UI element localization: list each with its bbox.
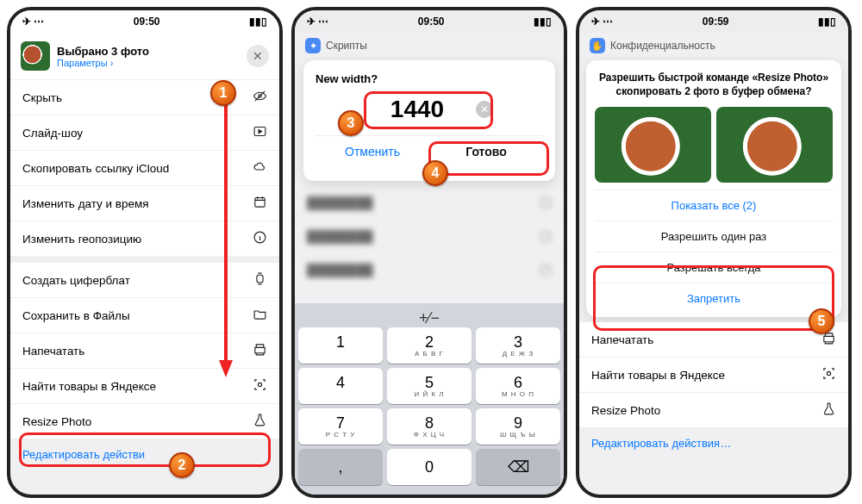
preview-image-1 bbox=[595, 107, 711, 183]
status-bar: ✈ ⋯ 09:59 ▮▮▯ bbox=[579, 10, 848, 33]
key-8[interactable]: 8Ф Х Ц Ч bbox=[387, 408, 472, 445]
key-backspace[interactable]: ⌫ bbox=[476, 449, 560, 485]
edit-actions-link[interactable]: Редактировать действия… bbox=[579, 427, 848, 459]
privacy-card: Разрешить быстрой команде «Resize Photo»… bbox=[586, 60, 841, 317]
play-rect-icon bbox=[253, 124, 267, 141]
keypad-toggle[interactable]: +⁄− bbox=[298, 308, 560, 327]
action-geo[interactable]: Изменить геопозицию bbox=[10, 221, 279, 256]
done-button[interactable]: Готово bbox=[429, 135, 543, 167]
bg-yandex[interactable]: Найти товары в Яндексе bbox=[579, 358, 848, 393]
action-save-files[interactable]: Сохранить в Файлы bbox=[10, 298, 279, 333]
key-1[interactable]: 1 bbox=[298, 327, 383, 364]
scan-icon bbox=[821, 366, 836, 383]
key-3[interactable]: 3Д Е Ж З bbox=[476, 327, 560, 364]
show-all-button[interactable]: Показать все (2) bbox=[595, 190, 833, 221]
prompt-card: New width? ✕ Отменить Готово bbox=[303, 60, 555, 181]
status-bar: ✈ ⋯ 09:50 ▮▮▯ bbox=[295, 10, 564, 33]
printer-icon bbox=[821, 331, 836, 348]
action-yandex[interactable]: Найти товары в Яндексе bbox=[10, 369, 279, 404]
key-4[interactable]: 4 bbox=[298, 368, 383, 404]
selection-thumbnail bbox=[21, 41, 50, 71]
action-print[interactable]: Напечатать bbox=[10, 333, 279, 369]
edit-actions-link[interactable]: Редактировать действи bbox=[10, 439, 279, 470]
cloud-link-icon bbox=[253, 159, 267, 177]
folder-icon bbox=[253, 307, 267, 324]
key-0[interactable]: 0 bbox=[387, 449, 472, 485]
allow-always-button[interactable]: Разрешать всегда bbox=[595, 252, 833, 283]
key-decimal[interactable]: , bbox=[298, 449, 383, 485]
info-icon bbox=[253, 230, 267, 247]
width-input[interactable] bbox=[365, 96, 469, 123]
calendar-icon bbox=[253, 195, 267, 212]
close-button[interactable]: ✕ bbox=[247, 45, 269, 67]
key-2[interactable]: 2А Б В Г bbox=[387, 327, 472, 364]
bg-print[interactable]: Напечатать bbox=[579, 322, 848, 358]
phone-share-sheet: ✈ ⋯ 09:50 ▮▮▯ Выбрано 3 фото Параметры ›… bbox=[7, 7, 283, 498]
blurred-background: ████████▢ ████████▢ ████████▢ bbox=[295, 186, 564, 286]
params-link[interactable]: Параметры › bbox=[57, 58, 149, 68]
action-slideshow[interactable]: Слайд-шоу bbox=[10, 115, 279, 151]
action-watchface[interactable]: Создать циферблат bbox=[10, 263, 279, 298]
scan-icon bbox=[253, 377, 267, 395]
sheet-header: Выбрано 3 фото Параметры › ✕ bbox=[10, 33, 279, 80]
cancel-button[interactable]: Отменить bbox=[315, 135, 429, 167]
printer-icon bbox=[253, 342, 267, 359]
deny-button[interactable]: Запретить bbox=[595, 283, 833, 314]
numeric-keypad: +⁄− 1 2А Б В Г 3Д Е Ж З 4 5И Й К Л 6М Н … bbox=[295, 303, 564, 495]
watch-icon bbox=[253, 271, 267, 289]
svg-rect-4 bbox=[257, 275, 263, 283]
svg-point-6 bbox=[827, 372, 830, 376]
flask-icon bbox=[821, 401, 836, 419]
phone-input-prompt: ✈ ⋯ 09:50 ▮▮▯ ✦ Скрипты New width? ✕ Отм… bbox=[291, 7, 567, 498]
bg-resize[interactable]: Resize Photo bbox=[579, 393, 848, 427]
action-resize-photo[interactable]: Resize Photo bbox=[10, 404, 279, 439]
phone-privacy-prompt: ✈ ⋯ 09:59 ▮▮▯ ✋ Конфиденциальность Разре… bbox=[576, 7, 852, 498]
prompt-question: New width? bbox=[315, 72, 543, 85]
key-5[interactable]: 5И Й К Л bbox=[387, 368, 472, 404]
privacy-header: ✋ Конфиденциальность bbox=[579, 33, 848, 59]
allow-once-button[interactable]: Разрешить один раз bbox=[595, 221, 833, 252]
eye-slash-icon bbox=[253, 89, 267, 106]
action-datetime[interactable]: Изменить дату и время bbox=[10, 186, 279, 221]
clear-input-icon[interactable]: ✕ bbox=[476, 101, 493, 118]
svg-point-5 bbox=[258, 383, 261, 386]
scripts-header: ✦ Скрипты bbox=[295, 33, 564, 59]
flask-icon bbox=[253, 413, 267, 430]
status-bar: ✈ ⋯ 09:50 ▮▮▯ bbox=[10, 10, 279, 33]
key-6[interactable]: 6М Н О П bbox=[476, 368, 560, 404]
action-icloud-link[interactable]: Скопировать ссылку iCloud bbox=[10, 151, 279, 186]
key-7[interactable]: 7Р С Т У bbox=[298, 408, 383, 445]
preview-image-2 bbox=[716, 107, 833, 183]
sheet-title: Выбрано 3 фото bbox=[57, 45, 149, 58]
svg-rect-2 bbox=[255, 198, 265, 208]
key-9[interactable]: 9Ш Щ Ъ Ы bbox=[476, 408, 560, 445]
action-hide[interactable]: Скрыть bbox=[10, 80, 279, 115]
privacy-question: Разрешить быстрой команде «Resize Photo»… bbox=[595, 71, 833, 98]
background-actions: Напечатать Найти товары в Яндексе Resize… bbox=[579, 322, 848, 427]
